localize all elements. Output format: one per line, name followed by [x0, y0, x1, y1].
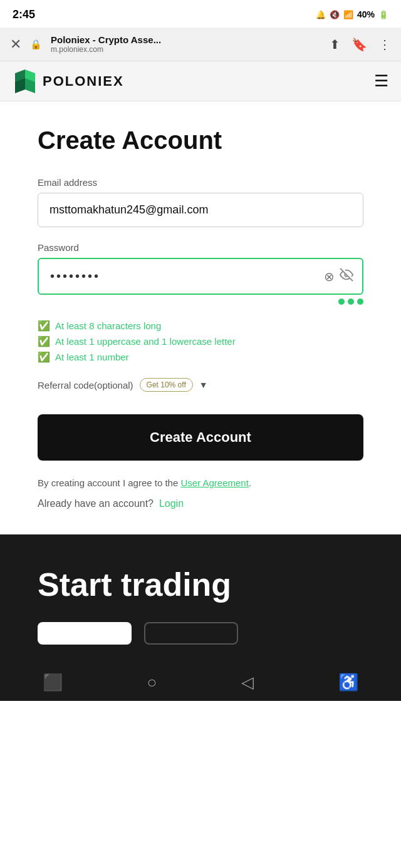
browser-close-icon[interactable]: ✕: [10, 36, 21, 53]
referral-badge[interactable]: Get 10% off: [140, 378, 193, 392]
referral-dropdown-icon[interactable]: ▼: [199, 380, 208, 390]
alarm-icon: 🔔: [316, 10, 326, 19]
brand-name: POLONIEX: [43, 73, 124, 89]
logo-area: POLONIEX: [13, 69, 124, 93]
validation-item-3: ✅ At least 1 number: [38, 351, 363, 363]
login-link[interactable]: Login: [159, 498, 184, 509]
share-icon[interactable]: ⬆: [330, 37, 340, 52]
email-label: Email address: [38, 177, 363, 188]
footer-text-static: By creating account I agree to the: [38, 477, 180, 488]
footer-period: .: [249, 477, 251, 488]
strength-dot-3: [357, 299, 363, 305]
password-wrapper: ⊗: [38, 258, 363, 295]
dark-section-buttons: [38, 622, 363, 645]
toggle-password-icon[interactable]: [340, 268, 353, 285]
status-time: 2:45: [13, 8, 35, 21]
status-bar: 2:45 🔔 🔇 📶 40% 🔋: [0, 0, 401, 28]
page-title: Create Account: [38, 126, 363, 155]
browser-lock-icon: 🔒: [30, 39, 42, 50]
status-right: 🔔 🔇 📶 40% 🔋: [316, 9, 388, 19]
battery-icon: 🔋: [378, 10, 388, 19]
battery-indicator: 40%: [357, 9, 375, 19]
more-icon[interactable]: ⋮: [378, 37, 391, 52]
nav-bar: POLONIEX ☰: [0, 61, 401, 101]
bottom-nav: ⬛ ○ ◁ ♿: [0, 663, 401, 701]
mute-icon: 🔇: [330, 10, 340, 19]
validation-item-2: ✅ At least 1 uppercase and 1 lowercase l…: [38, 335, 363, 347]
password-group: Password ⊗: [38, 242, 363, 305]
validation-text-1: At least 8 characters long: [55, 320, 161, 331]
check-icon-2: ✅: [38, 335, 50, 347]
dark-section-title: Start trading: [38, 566, 363, 603]
hamburger-menu-icon[interactable]: ☰: [374, 71, 388, 91]
already-text-static: Already have an account?: [38, 498, 154, 509]
check-icon-1: ✅: [38, 320, 50, 332]
validation-list: ✅ At least 8 characters long ✅ At least …: [38, 320, 363, 363]
clear-password-icon[interactable]: ⊗: [324, 269, 335, 284]
strength-dot-2: [348, 299, 354, 305]
browser-bar: ✕ 🔒 Poloniex - Crypto Asse... m.poloniex…: [0, 28, 401, 61]
browser-actions: ⬆ 🔖 ⋮: [330, 37, 391, 52]
validation-text-2: At least 1 uppercase and 1 lowercase let…: [55, 336, 236, 347]
strength-dot-1: [338, 299, 345, 305]
validation-item-1: ✅ At least 8 characters long: [38, 320, 363, 332]
dark-btn-secondary[interactable]: [144, 622, 238, 645]
password-label: Password: [38, 242, 363, 253]
browser-url: m.poloniex.com: [51, 45, 321, 54]
bookmark-icon[interactable]: 🔖: [352, 37, 367, 52]
nav-back-icon[interactable]: ⬛: [43, 673, 63, 692]
referral-row: Referral code(optional) Get 10% off ▼: [38, 378, 363, 392]
main-content: Create Account Email address Password ⊗: [0, 101, 401, 534]
validation-text-3: At least 1 number: [55, 352, 129, 362]
referral-label: Referral code(optional): [38, 380, 133, 391]
check-icon-3: ✅: [38, 351, 50, 363]
nav-recent-icon[interactable]: ◁: [241, 673, 254, 692]
password-strength-dots: [38, 299, 363, 305]
footer-agreement-text: By creating account I agree to the User …: [38, 476, 363, 491]
dark-section: Start trading: [0, 534, 401, 663]
browser-title-area: Poloniex - Crypto Asse... m.poloniex.com: [51, 34, 321, 54]
email-input[interactable]: [38, 193, 363, 227]
browser-title: Poloniex - Crypto Asse...: [51, 34, 321, 45]
dark-btn-primary[interactable]: [38, 622, 132, 645]
already-have-account-text: Already have an account? Login: [38, 498, 363, 509]
signal-icon: 📶: [343, 10, 353, 19]
poloniex-logo-icon: [13, 69, 36, 93]
user-agreement-link[interactable]: User Agreement: [180, 477, 248, 488]
email-group: Email address: [38, 177, 363, 227]
password-input[interactable]: [39, 259, 324, 294]
create-account-button[interactable]: Create Account: [38, 414, 363, 461]
password-icons: ⊗: [324, 268, 362, 285]
nav-home-icon[interactable]: ○: [147, 673, 157, 692]
nav-accessibility-icon[interactable]: ♿: [338, 673, 358, 692]
